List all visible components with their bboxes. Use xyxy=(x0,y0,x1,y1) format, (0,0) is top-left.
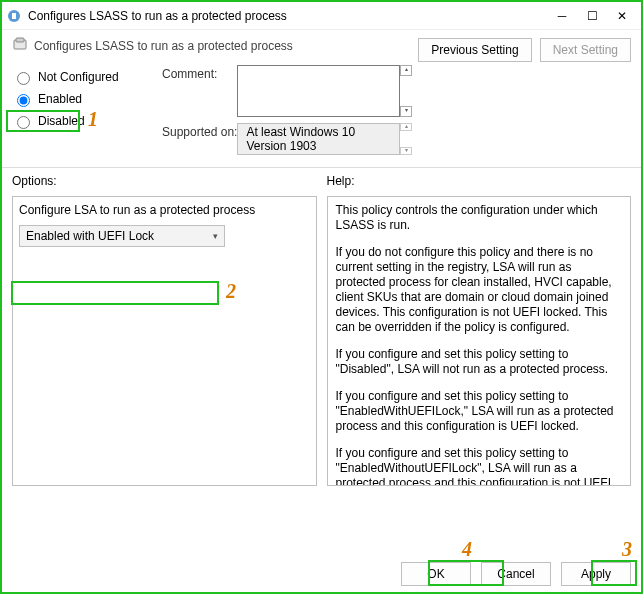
help-p2: If you do not configure this policy and … xyxy=(336,245,623,335)
policy-icon xyxy=(12,36,28,55)
svg-rect-1 xyxy=(12,13,16,19)
comment-scroll[interactable]: ▴▾ xyxy=(400,65,412,117)
radio-enabled[interactable]: Enabled xyxy=(12,91,162,107)
options-description: Configure LSA to run as a protected proc… xyxy=(19,203,310,217)
next-setting-button: Next Setting xyxy=(540,38,631,62)
chevron-down-icon: ▾ xyxy=(213,231,218,241)
radio-not-configured-label: Not Configured xyxy=(38,70,119,84)
titlebar: Configures LSASS to run as a protected p… xyxy=(2,2,641,30)
supported-value: At least Windows 10 Version 1903 xyxy=(237,123,400,155)
header: Configures LSASS to run as a protected p… xyxy=(2,30,641,161)
comment-label: Comment: xyxy=(162,65,237,81)
radio-disabled[interactable]: Disabled xyxy=(12,113,162,129)
options-dropdown-value: Enabled with UEFI Lock xyxy=(26,229,154,243)
comment-textarea[interactable] xyxy=(237,65,400,117)
options-col-label: Options: xyxy=(12,174,317,188)
bottom-buttons: OK Cancel Apply xyxy=(401,562,631,586)
radio-enabled-input[interactable] xyxy=(17,94,30,107)
ok-button[interactable]: OK xyxy=(401,562,471,586)
svg-rect-3 xyxy=(16,38,24,42)
radio-enabled-label: Enabled xyxy=(38,92,82,106)
help-panel[interactable]: This policy controls the configuration u… xyxy=(327,196,632,486)
header-title-row: Configures LSASS to run as a protected p… xyxy=(12,36,412,55)
maximize-button[interactable]: ☐ xyxy=(577,5,607,27)
previous-setting-button[interactable]: Previous Setting xyxy=(418,38,531,62)
annotation-3: 3 xyxy=(622,538,632,561)
help-p4: If you configure and set this policy set… xyxy=(336,389,623,434)
supported-scroll[interactable]: ▴▾ xyxy=(400,123,412,155)
cancel-button[interactable]: Cancel xyxy=(481,562,551,586)
header-title-text: Configures LSASS to run as a protected p… xyxy=(34,39,293,53)
minimize-button[interactable]: ─ xyxy=(547,5,577,27)
help-p5: If you configure and set this policy set… xyxy=(336,446,623,486)
apply-button[interactable]: Apply xyxy=(561,562,631,586)
annotation-4: 4 xyxy=(462,538,472,561)
options-panel: Configure LSA to run as a protected proc… xyxy=(12,196,317,486)
radio-not-configured[interactable]: Not Configured xyxy=(12,69,162,85)
radio-not-configured-input[interactable] xyxy=(17,72,30,85)
radio-disabled-input[interactable] xyxy=(17,116,30,129)
help-col-label: Help: xyxy=(327,174,632,188)
app-icon xyxy=(6,8,22,24)
supported-label: Supported on: xyxy=(162,123,237,139)
radio-disabled-label: Disabled xyxy=(38,114,85,128)
help-p3: If you configure and set this policy set… xyxy=(336,347,623,377)
window-title: Configures LSASS to run as a protected p… xyxy=(28,9,547,23)
options-dropdown[interactable]: Enabled with UEFI Lock ▾ xyxy=(19,225,225,247)
close-button[interactable]: ✕ xyxy=(607,5,637,27)
help-p1: This policy controls the configuration u… xyxy=(336,203,623,233)
divider xyxy=(2,167,641,168)
